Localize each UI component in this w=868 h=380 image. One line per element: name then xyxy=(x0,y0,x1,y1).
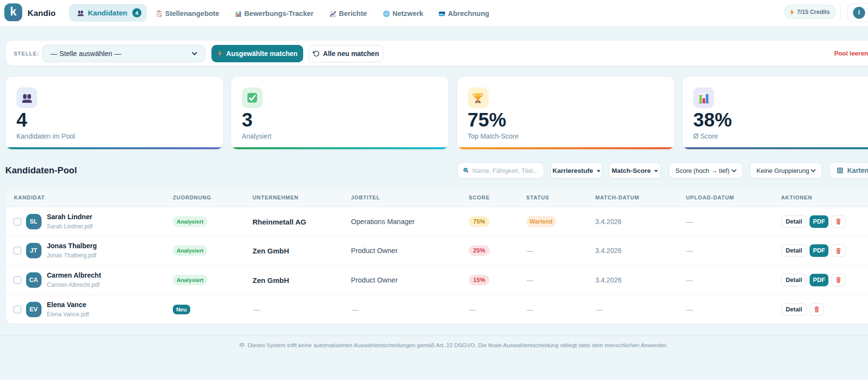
candidate-name: Carmen Albrecht xyxy=(47,271,101,280)
candidate-avatar: JT xyxy=(26,243,42,258)
stat-label: Top Match-Score xyxy=(468,132,519,140)
stat-card-avg-score: 38% Ø Score xyxy=(682,76,868,150)
row-checkbox[interactable] xyxy=(14,247,21,254)
caret-down-icon xyxy=(654,170,658,172)
grid-icon xyxy=(837,167,843,174)
pdf-button[interactable]: PDF xyxy=(810,274,828,286)
logo-letter: k xyxy=(10,6,16,17)
col-match-datum: MATCH-DATUM xyxy=(595,187,639,207)
tag-neu: Neu xyxy=(173,305,190,314)
nav-item-bewerbungs-tracker[interactable]: Bewerbungs-Tracker xyxy=(235,0,313,27)
lightning-icon xyxy=(217,50,223,57)
stat-icon-chip xyxy=(242,87,263,108)
pdf-button[interactable]: PDF xyxy=(810,244,828,257)
job-title-cell: — xyxy=(351,306,358,313)
stat-label: Ø Score xyxy=(693,132,718,140)
job-title-cell: Product Owner xyxy=(351,247,398,254)
company-cell: Zen GmbH xyxy=(252,247,289,255)
detail-button[interactable]: Detail xyxy=(781,274,807,286)
detail-button[interactable]: Detail xyxy=(781,303,807,316)
match-date-cell: 3.4.2026 xyxy=(595,218,622,225)
user-menu-button[interactable]: I xyxy=(847,3,868,22)
view-karten-label: Karten xyxy=(847,167,868,174)
row-checkbox[interactable] xyxy=(14,276,21,284)
nav-item-label: Netzwerk xyxy=(392,10,423,17)
nav-item-stellenangebote[interactable]: Stellenangebote xyxy=(155,0,219,27)
score-badge: 75% xyxy=(469,216,490,227)
credits-indicator[interactable]: 7/15 Credits xyxy=(784,5,836,19)
rematch-all-button[interactable]: Alle neu matchen xyxy=(308,45,383,62)
filter-match-score[interactable]: Match-Score xyxy=(609,162,661,179)
stat-accent-strip xyxy=(683,147,868,149)
delete-button[interactable] xyxy=(831,215,846,228)
sort-select[interactable]: Score (hoch → tief) xyxy=(669,162,743,179)
candidate-name-block: Elena Vance Elena Vance.pdf xyxy=(47,301,89,318)
delete-button[interactable] xyxy=(831,244,846,257)
candidate-count-badge: 4 xyxy=(132,8,141,17)
filter-label: Karrierestufe xyxy=(552,167,593,174)
detail-button[interactable]: Detail xyxy=(781,244,807,257)
stat-value: 75% xyxy=(468,110,506,129)
status-badge: Wartend xyxy=(526,216,556,227)
nav-item-label: Bewerbungs-Tracker xyxy=(244,10,313,17)
lightning-icon xyxy=(789,9,795,15)
candidate-file: Jonas Thalberg.pdf xyxy=(47,252,97,259)
nav-item-berichte[interactable]: Berichte xyxy=(329,0,367,27)
search-input[interactable] xyxy=(472,167,539,174)
rotate-ccw-icon xyxy=(313,50,320,57)
nav-item-abrechnung[interactable]: Abrechnung xyxy=(438,0,489,27)
sort-select-value: Score (hoch → tief) xyxy=(675,167,729,174)
user-avatar: I xyxy=(853,7,865,19)
detail-button[interactable]: Detail xyxy=(781,215,807,228)
footer-disclaimer-text: Dieses System trifft keine automatisiert… xyxy=(248,342,668,349)
row-checkbox[interactable] xyxy=(14,218,21,225)
pdf-button[interactable]: PDF xyxy=(810,215,828,228)
table-row: JT Jonas Thalberg Jonas Thalberg.pdf Ana… xyxy=(6,237,868,266)
people-icon xyxy=(21,92,33,104)
match-selected-button[interactable]: Ausgewählte matchen xyxy=(211,45,303,62)
nav-item-label: Abrechnung xyxy=(448,10,489,17)
col-unternehmen: UNTERNEHMEN xyxy=(252,187,298,207)
group-select[interactable]: Keine Gruppierung xyxy=(750,162,822,179)
candidate-table: KANDIDAT ZUORDNUNG UNTERNEHMEN JOBTITEL … xyxy=(5,187,868,324)
stat-accent-strip xyxy=(457,147,674,149)
candidate-name-block: Jonas Thalberg Jonas Thalberg.pdf xyxy=(47,242,97,259)
score-badge: 25% xyxy=(469,245,490,256)
row-actions: Detail PDF xyxy=(781,215,846,228)
app-title: Kandio xyxy=(28,0,56,27)
col-kandidat: KANDIDAT xyxy=(14,187,45,207)
score-badge: 15% xyxy=(469,275,490,285)
bar-chart-icon xyxy=(235,10,242,17)
candidate-name: Jonas Thalberg xyxy=(47,242,97,251)
candidate-name: Sarah Lindner xyxy=(47,213,93,221)
top-navigation-bar: k Kandio Kandidaten 4 Stellenangebote xyxy=(0,0,868,27)
nav-item-netzwerk[interactable]: Netzwerk xyxy=(383,0,423,27)
search-icon xyxy=(463,167,469,174)
table-row: SL Sarah Lindner Sarah Lindner.pdf Analy… xyxy=(6,207,868,237)
clear-pool-button[interactable]: Pool leeren xyxy=(834,50,868,57)
nav-item-label: Berichte xyxy=(339,10,367,17)
globe-icon xyxy=(383,10,390,17)
stat-card-analysiert: 3 Analysiert xyxy=(231,76,449,150)
stat-icon-chip xyxy=(693,87,714,108)
col-upload-datum: UPLOAD-DATUM xyxy=(686,187,734,207)
col-aktionen: AKTIONEN xyxy=(781,187,812,207)
row-actions: Detail PDF xyxy=(781,244,846,257)
chevron-down-icon xyxy=(192,52,197,56)
nav-item-kandidaten[interactable]: Kandidaten 4 xyxy=(69,4,147,22)
scales-icon xyxy=(239,342,245,348)
footer-disclaimer: Dieses System trifft keine automatisiert… xyxy=(0,342,868,349)
credits-label: 7/15 Credits xyxy=(797,9,830,15)
stat-value: 3 xyxy=(242,110,252,129)
delete-button[interactable] xyxy=(810,303,824,316)
clipboard-icon xyxy=(155,10,163,17)
section-title: Kandidaten-Pool xyxy=(5,165,77,176)
filter-karrierestufe[interactable]: Karrierestufe xyxy=(550,162,602,179)
match-date-cell: — xyxy=(596,306,602,313)
delete-button[interactable] xyxy=(831,274,846,286)
stelle-select[interactable]: — Stelle auswählen — xyxy=(42,45,205,62)
view-karten-button[interactable]: Karten xyxy=(829,162,868,179)
row-checkbox[interactable] xyxy=(14,306,21,313)
caret-down-icon xyxy=(597,170,601,172)
status-cell: — xyxy=(527,276,533,284)
